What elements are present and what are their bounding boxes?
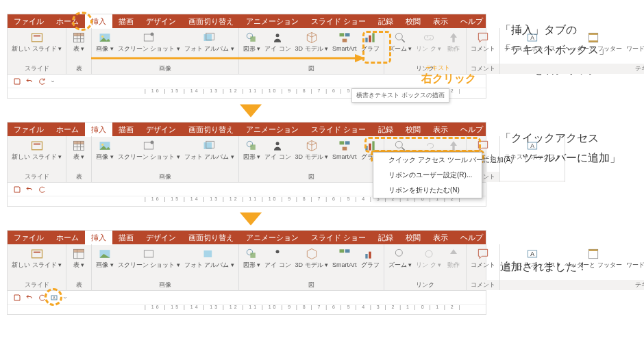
wordart-icon: A (641, 31, 644, 44)
link-button[interactable]: リン ク ▾ (414, 31, 443, 53)
menu-add-qat[interactable]: クイック アクセス ツール バーに追加(A) (373, 153, 482, 168)
new-slide-button[interactable]: 新しい スライド ▾ (10, 139, 64, 161)
chart-button[interactable]: グラフ (359, 31, 382, 53)
picture-button[interactable]: 画像 ▾ (94, 247, 116, 269)
tab-transitions[interactable]: 画面切り替え (182, 231, 240, 245)
shapes-button[interactable]: 図形 ▾ (241, 247, 263, 269)
tab-animations[interactable]: アニメーション (240, 14, 305, 29)
tab-animations[interactable]: アニメーション (240, 122, 305, 137)
smartart-button[interactable]: SmartArt (330, 139, 359, 161)
3d-models-button[interactable]: 3D モデル ▾ (293, 31, 331, 53)
tab-transitions[interactable]: 画面切り替え (182, 122, 240, 137)
tab-animations[interactable]: アニメーション (240, 231, 305, 245)
comment-button[interactable]: コメント (469, 247, 497, 269)
tab-help[interactable]: ヘルプ (454, 14, 489, 29)
icons-button[interactable]: アイ コン (262, 247, 293, 269)
tab-review[interactable]: 校閲 (399, 231, 427, 245)
comment-button[interactable]: コメント (469, 31, 497, 53)
action-button[interactable]: 動作 (443, 247, 464, 269)
screenshot-button[interactable]: スクリーン ショット ▾ (116, 139, 182, 161)
tab-record[interactable]: 記録 (372, 122, 399, 137)
tab-slideshow[interactable]: スライド ショー (305, 14, 372, 29)
menu-collapse-ribbon[interactable]: リボンを折りたたむ(N) (373, 183, 482, 198)
tab-view[interactable]: 表示 (427, 231, 454, 245)
screenshot-button[interactable]: スクリーン ショット ▾ (116, 31, 182, 53)
header-footer-button[interactable]: ヘッダーと フッター (562, 247, 624, 269)
zoom-button[interactable]: ズーム ▾ (386, 247, 414, 269)
album-button[interactable]: フォト アルバム ▾ (182, 139, 236, 161)
tab-slideshow[interactable]: スライド ショー (305, 122, 372, 137)
icons-button[interactable]: アイ コン (262, 139, 293, 161)
tab-draw[interactable]: 描画 (112, 231, 140, 245)
group-text: A テキスト ボックス ▾ ヘッダーと フッター A ワード アート ▾ 日付と… (500, 28, 644, 74)
tab-record[interactable]: 記録 (372, 231, 399, 245)
tab-file[interactable]: ファイル (8, 122, 50, 137)
smartart-button[interactable]: SmartArt (330, 247, 359, 269)
tab-record[interactable]: 記録 (372, 14, 399, 29)
qat-textbox-icon[interactable]: A (50, 294, 58, 302)
tab-home[interactable]: ホーム (50, 231, 85, 245)
tab-strip-3: ファイル ホーム 挿入 描画 デザイン 画面切り替え アニメーション スライド … (8, 231, 486, 244)
textbox-button[interactable]: Aテキスト ボックス ▾ (502, 247, 562, 269)
tab-design[interactable]: デザイン (140, 14, 182, 29)
zoom-button[interactable]: ズーム ▾ (386, 31, 414, 53)
tab-transitions[interactable]: 画面切り替え (182, 14, 240, 29)
new-slide-button[interactable]: 新しい スライド ▾ (10, 247, 64, 269)
3d-models-button[interactable]: 3D モデル ▾ (293, 139, 331, 161)
link-button[interactable]: リン ク ▾ (414, 247, 443, 269)
new-slide-button[interactable]: 新しい スライド ▾ (10, 31, 64, 53)
action-button[interactable]: 動作 (443, 31, 464, 53)
wordart-button[interactable]: Aワード アート ▾ (624, 247, 644, 269)
tab-design[interactable]: デザイン (140, 231, 182, 245)
menu-customize-ribbon[interactable]: リボンのユーザー設定(R)... (373, 168, 482, 183)
picture-button[interactable]: 画像 ▾ (94, 139, 116, 161)
screenshot-button[interactable]: スクリーン ショット ▾ (116, 247, 182, 269)
table-button[interactable]: 表 ▾ (69, 247, 89, 269)
svg-rect-59 (369, 144, 371, 151)
tab-review[interactable]: 校閲 (399, 14, 427, 29)
album-button[interactable]: フォト アルバム ▾ (182, 247, 236, 269)
tab-view[interactable]: 表示 (427, 14, 454, 29)
table-button[interactable]: 表 ▾ (69, 31, 89, 53)
save-icon[interactable] (13, 77, 21, 86)
repeat-icon[interactable] (38, 185, 46, 194)
tab-insert[interactable]: 挿入 (85, 14, 112, 29)
tab-slideshow[interactable]: スライド ショー (305, 231, 372, 245)
right-click-label: 右クリック (421, 72, 476, 86)
tab-draw[interactable]: 描画 (112, 122, 140, 137)
smartart-button[interactable]: SmartArt (330, 31, 359, 53)
repeat-icon[interactable] (38, 294, 46, 302)
table-button[interactable]: 表 ▾ (69, 139, 89, 161)
save-icon[interactable] (13, 294, 21, 302)
tab-file[interactable]: ファイル (8, 14, 50, 29)
undo-icon[interactable] (25, 185, 34, 194)
tab-help[interactable]: ヘルプ (454, 122, 489, 137)
tab-insert[interactable]: 挿入 (85, 122, 112, 137)
wordart-button[interactable]: A ワード アート ▾ (624, 31, 644, 53)
textbox-button[interactable]: A テキスト ボックス ▾ (502, 31, 562, 53)
dropdown-icon[interactable] (50, 77, 55, 86)
picture-button[interactable]: 画像 ▾ (94, 31, 116, 53)
tab-insert[interactable]: 挿入 (85, 231, 112, 245)
3d-models-button[interactable]: 3D モデル ▾ (293, 247, 331, 269)
header-footer-button[interactable]: ヘッダーと フッター (562, 31, 624, 53)
tab-home[interactable]: ホーム (50, 122, 85, 137)
shapes-button[interactable]: 図形 ▾ (241, 31, 263, 53)
album-button[interactable]: フォト アルバム ▾ (182, 31, 236, 53)
table-icon (72, 31, 86, 44)
shapes-button[interactable]: 図形 ▾ (241, 139, 263, 161)
chart-button[interactable]: グラフ (359, 247, 382, 269)
undo-icon[interactable] (25, 77, 34, 86)
tab-home[interactable]: ホーム (50, 14, 85, 29)
tab-file[interactable]: ファイル (8, 231, 50, 245)
icons-button[interactable]: アイ コン (262, 31, 293, 53)
tab-review[interactable]: 校閲 (399, 122, 427, 137)
repeat-icon[interactable] (38, 77, 46, 86)
dropdown-icon[interactable] (62, 294, 68, 302)
tab-help[interactable]: ヘルプ (454, 231, 489, 245)
undo-icon[interactable] (25, 294, 34, 302)
tab-view[interactable]: 表示 (427, 122, 454, 137)
tab-design[interactable]: デザイン (140, 122, 182, 137)
tab-draw[interactable]: 描画 (112, 14, 140, 29)
save-icon[interactable] (13, 185, 21, 194)
